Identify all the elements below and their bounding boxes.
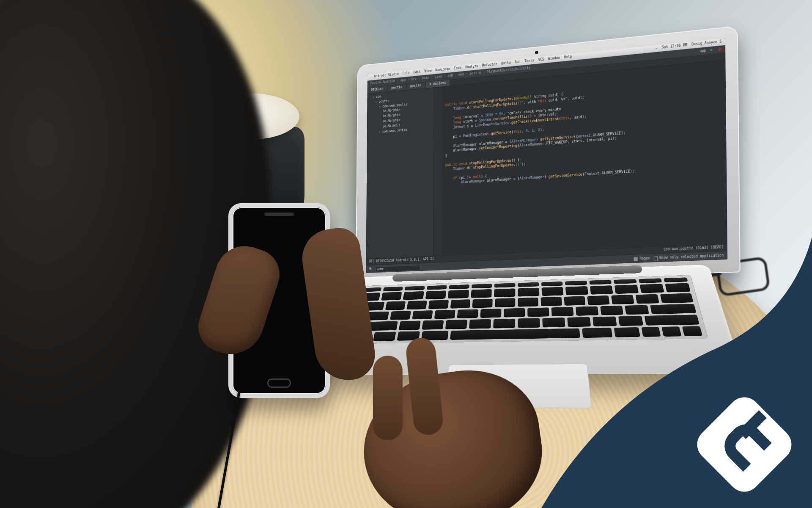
- keyboard-key: [518, 288, 539, 297]
- keyboard-key: [564, 296, 586, 306]
- keyboard-key: [457, 309, 478, 318]
- keyboard-key: [406, 301, 427, 309]
- brand-logo-icon: [706, 406, 782, 483]
- hand-holding-phone: [182, 195, 359, 466]
- keyboard-key: [494, 288, 515, 297]
- menu-code[interactable]: Code: [454, 66, 461, 71]
- menu-build[interactable]: Build: [501, 61, 511, 66]
- search-icon: 🔍: [369, 267, 373, 271]
- keyboard-key: [639, 284, 664, 293]
- keyboard-key: [527, 307, 549, 317]
- run-button-icon[interactable]: ▶: [710, 48, 713, 53]
- keyboard-key: [540, 297, 562, 306]
- keyboard-key: [472, 299, 493, 308]
- keyboard-key: [542, 318, 565, 327]
- keyboard-key: [587, 295, 610, 305]
- keyboard-key: [635, 294, 659, 304]
- keyboard-key: [495, 298, 515, 307]
- keyboard-key: [625, 305, 649, 315]
- keyboard-key: [565, 286, 588, 295]
- run-target-selector[interactable]: app: [700, 49, 706, 54]
- menu-tools[interactable]: Tools: [524, 58, 534, 64]
- keyboard-key: [494, 283, 515, 287]
- keyboard-key: [682, 326, 703, 336]
- keyboard-key: [403, 291, 424, 300]
- project-tree[interactable]: com postie com.wwe.postie le.Morphin le.…: [366, 88, 434, 259]
- keyboard-key: [445, 320, 467, 329]
- keyboard-key: [551, 307, 573, 317]
- code-content: public void startPollingForUpdates(@NonN…: [445, 78, 723, 186]
- keyboard-key: [504, 308, 525, 318]
- menu-view[interactable]: View: [424, 69, 431, 74]
- keyboard-key: [582, 328, 613, 338]
- laptop-screen: Android Studio File Edit View Navigate C…: [366, 38, 727, 273]
- keyboard-key: [518, 318, 540, 328]
- keyboard-key: [665, 283, 691, 293]
- keyboard-key: [412, 310, 433, 320]
- laptop-lid: Android Studio File Edit View Navigate C…: [356, 26, 741, 285]
- keyboard-key: [614, 279, 637, 284]
- keyboard-key: [589, 280, 612, 284]
- scene-photo: Android Studio File Edit View Navigate C…: [0, 0, 812, 508]
- keyboard-key: [383, 287, 403, 291]
- keyboard-key: [664, 277, 688, 282]
- menu-help[interactable]: Help: [564, 55, 572, 60]
- regex-checkbox[interactable]: Regex: [634, 257, 650, 262]
- keyboard-key: [385, 301, 406, 310]
- keyboard-key: [660, 293, 693, 303]
- keyboard-key: [661, 326, 681, 337]
- keyboard-key: [469, 319, 491, 329]
- debug-button-icon[interactable]: 🐞: [717, 47, 722, 52]
- keyboard-key: [381, 292, 402, 301]
- menu-window[interactable]: Window: [548, 56, 560, 61]
- keyboard-key: [576, 306, 598, 316]
- keyboard-key: [567, 317, 591, 327]
- keyboard-key: [644, 315, 699, 325]
- find-input[interactable]: [376, 265, 420, 272]
- keyboard-key: [618, 316, 643, 326]
- keyboard-key: [590, 285, 613, 295]
- ide-body: com postie com.wwe.postie le.Morphin le.…: [366, 60, 727, 259]
- keyboard-key: [472, 284, 492, 288]
- menu-navigate[interactable]: Navigate: [435, 67, 450, 73]
- keyboard-key: [422, 320, 444, 329]
- keyboard-key: [641, 327, 661, 337]
- menu-run[interactable]: Run: [515, 60, 521, 65]
- keyboard-key: [541, 282, 563, 286]
- keyboard-key: [565, 281, 587, 285]
- wifi-icon[interactable]: ⌵: [656, 46, 658, 51]
- keyboard-key: [471, 289, 492, 298]
- laptop-keyboard: [345, 275, 708, 344]
- keyboard-key: [518, 282, 539, 287]
- keyboard-key: [518, 298, 538, 307]
- editor-gutter: [433, 87, 443, 256]
- keyboard-key: [541, 287, 563, 296]
- keyboard-key: [593, 317, 617, 326]
- keyboard-key: [373, 331, 396, 341]
- menu-vcs[interactable]: VCS: [538, 58, 544, 63]
- scope-checkbox[interactable]: Show only selected application: [653, 254, 724, 261]
- keyboard-key: [428, 300, 449, 309]
- keyboard-key: [639, 278, 662, 283]
- keyboard-key: [399, 321, 421, 330]
- menu-edit[interactable]: Edit: [413, 70, 420, 75]
- keyboard-key: [450, 299, 470, 308]
- keyboard-key: [650, 304, 696, 314]
- keyboard-key: [614, 327, 640, 337]
- code-editor[interactable]: public void startPollingForUpdates(@NonN…: [433, 60, 727, 256]
- menu-refactor[interactable]: Refactor: [482, 62, 497, 68]
- keyboard-key: [600, 306, 624, 315]
- keyboard-key: [405, 286, 425, 290]
- keyboard-key: [450, 328, 580, 340]
- keyboard-key: [425, 290, 446, 299]
- keyboard-key: [614, 284, 639, 294]
- keyboard-key: [480, 309, 502, 318]
- keyboard-key: [390, 311, 411, 320]
- menu-file[interactable]: File: [403, 71, 410, 76]
- keyboard-key: [434, 310, 455, 319]
- menu-analyze[interactable]: Analyze: [465, 64, 478, 70]
- keyboard-key: [427, 285, 447, 290]
- keyboard-key: [449, 284, 469, 289]
- keyboard-key: [493, 319, 515, 329]
- keyboard-key: [448, 290, 469, 299]
